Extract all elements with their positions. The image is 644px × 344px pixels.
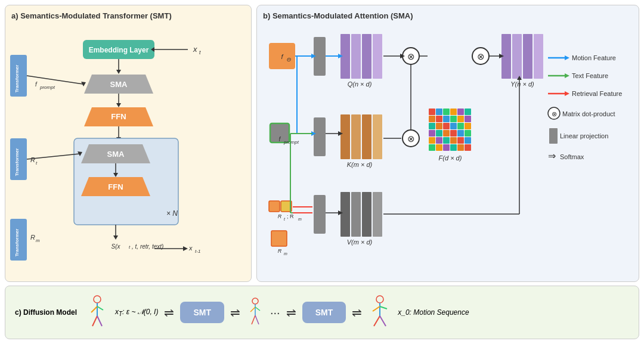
arrow-t2-sma2-head [78, 151, 82, 156]
k-bar3 [362, 114, 371, 159]
otimes-result-sym: ⊗ [477, 51, 485, 61]
svg-rect-0 [429, 109, 435, 115]
fprompt-label: f [35, 81, 38, 88]
svg-line-38 [91, 306, 97, 312]
svg-rect-20 [443, 130, 450, 137]
rm-label-b: R [278, 248, 282, 254]
svg-point-48 [376, 296, 383, 303]
svg-rect-3 [450, 109, 457, 115]
y-label: Y(n × d) [510, 80, 534, 88]
svg-rect-33 [450, 144, 457, 151]
s-formula-rest: , t, retr, text) [132, 243, 163, 250]
embedding-box [83, 40, 154, 59]
svg-rect-6 [429, 116, 435, 122]
panel-a: a) Semantics-Modulated Transformer (SMT)… [5, 5, 252, 282]
svg-rect-31 [436, 144, 442, 151]
svg-line-52 [374, 316, 380, 326]
f-matrix-group: F(d × d) [429, 109, 471, 162]
k-bar2 [351, 114, 361, 159]
arrow-right-2: ⇌ [352, 305, 362, 320]
svg-line-39 [97, 306, 103, 310]
svg-rect-10 [457, 116, 464, 122]
embedding-text: Embedding Layer [89, 46, 149, 54]
legend-motion-text: Motion Feature [572, 54, 616, 61]
legend-proj-icon [549, 128, 558, 144]
svg-rect-8 [443, 116, 450, 122]
repeat-n: × N [166, 209, 178, 218]
arrow-repeat-formula-head [113, 235, 118, 240]
panel-b-label: b) Semantics-Modulated Attention (SMA) [263, 11, 633, 20]
rm-label: R [30, 234, 35, 241]
stick-figure-mid-svg [246, 296, 264, 329]
transformer-3 [10, 219, 27, 261]
rt-label: R [30, 156, 35, 163]
svg-line-46 [252, 315, 255, 324]
arrow-emb-sma1-head [116, 70, 121, 74]
svg-rect-12 [429, 123, 435, 129]
svg-line-40 [92, 316, 97, 326]
xt-formula: xT: ε ~ 𝒩(0, I) [115, 308, 158, 317]
svg-rect-26 [443, 137, 450, 144]
legend-retrieval-arrow [565, 91, 569, 96]
svg-point-42 [252, 298, 258, 304]
svg-rect-28 [457, 137, 464, 144]
ffn2-box [81, 177, 150, 196]
panel-b: b) Semantics-Modulated Attention (SMA) f… [256, 5, 639, 282]
rt-sup: t [36, 160, 38, 166]
fprompt-sub-b: prompt [283, 140, 299, 145]
svg-rect-35 [465, 144, 471, 151]
arrow-sma2-ffn2-head [113, 173, 118, 177]
legend-softmax-arrow: ⇒ [548, 151, 556, 161]
svg-rect-16 [457, 123, 464, 129]
svg-rect-18 [429, 130, 435, 137]
legend-motion-arrow [565, 55, 569, 60]
ffn1-box [84, 107, 153, 126]
svg-line-50 [373, 306, 380, 311]
arrow-t1-sma1-head [81, 82, 86, 86]
svg-rect-1 [436, 109, 442, 115]
svg-line-47 [255, 315, 259, 324]
svg-rect-21 [450, 130, 457, 137]
transformer-3-label: Transformer [14, 229, 20, 257]
top-row: a) Semantics-Modulated Transformer (SMT)… [5, 5, 639, 282]
arrow-right-1: ⇌ [286, 305, 296, 320]
diffusion-label: c) Diffusion Model [15, 308, 77, 317]
rm-sup: m [36, 238, 40, 243]
svg-rect-11 [465, 116, 471, 122]
legend-dot-text: Matrix dot-product [562, 110, 615, 117]
v-bar4 [373, 192, 382, 237]
transformer-1 [10, 55, 27, 97]
svg-rect-13 [436, 123, 442, 129]
smt-box-1: SMT [180, 302, 224, 323]
svg-rect-4 [457, 109, 464, 115]
fprompt-sub: prompt [39, 85, 55, 90]
y-bar4 [534, 34, 543, 79]
xt1-label: x [188, 244, 193, 252]
svg-rect-29 [465, 137, 471, 144]
proj-V [314, 195, 326, 234]
k-label: K(m × d) [347, 161, 373, 168]
svg-rect-19 [436, 130, 442, 137]
rm-box [271, 231, 287, 246]
q-bar3 [362, 34, 371, 79]
f-label: F(d × d) [439, 154, 462, 162]
svg-rect-34 [457, 144, 464, 151]
sma1-text: SMA [110, 80, 128, 89]
stick-figure-left-svg [85, 293, 109, 332]
arrow-sma1-ffn1-head [116, 103, 121, 107]
panel-a-label: a) Semantics-Modulated Transformer (SMT) [11, 11, 245, 20]
legend-otimes-sym: ⊗ [552, 110, 557, 117]
v-bar2 [351, 192, 361, 237]
s-formula: S(x [112, 243, 121, 250]
smt-box-2: SMT [302, 302, 346, 323]
v-bar1 [340, 192, 350, 237]
arrow-left-2: ⇌ [230, 305, 240, 320]
arrow-t2-sma2 [27, 154, 79, 159]
xt-label: x [193, 45, 197, 54]
q-bar4 [373, 34, 382, 79]
proj-K [314, 117, 326, 156]
ftheta-sub: Θ [287, 57, 291, 63]
legend-softmax-text: Softmax [560, 153, 584, 160]
svg-rect-32 [443, 144, 450, 151]
legend-proj-text: Linear projection [560, 132, 608, 140]
